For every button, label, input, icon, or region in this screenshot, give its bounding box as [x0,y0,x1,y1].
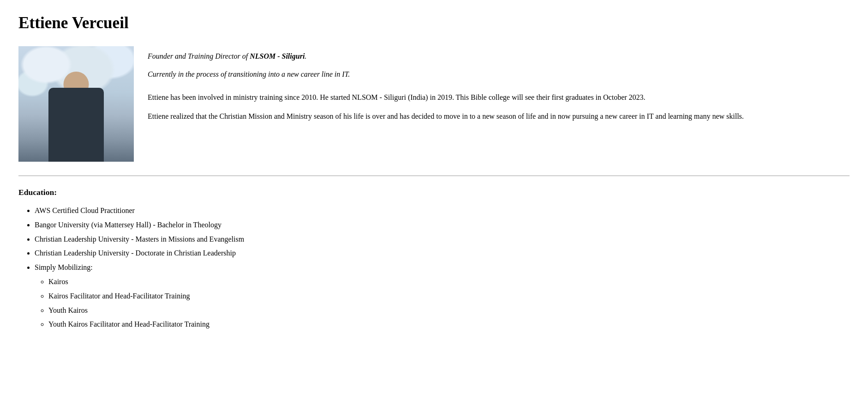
list-item: AWS Certified Cloud Practitioner [35,204,850,218]
profile-text: Founder and Training Director of NLSOM -… [148,46,850,162]
career-note: Currently in the process of transitionin… [148,69,850,80]
sub-list: Kairos Kairos Facilitator and Head-Facil… [35,275,850,331]
list-item: Simply Mobilizing: Kairos Kairos Facilit… [35,261,850,331]
tagline: Founder and Training Director of NLSOM -… [148,51,850,62]
list-item: Christian Leadership University - Master… [35,233,850,246]
tagline-suffix: . [305,52,306,60]
profile-section: Founder and Training Director of NLSOM -… [18,46,850,162]
education-list: AWS Certified Cloud Practitioner Bangor … [18,204,850,331]
person-body [48,88,104,162]
list-item: Youth Kairos Facilitator and Head-Facili… [48,318,850,331]
tagline-bold: NLSOM - Siliguri [250,52,305,60]
page-title: Ettiene Vercueil [18,14,850,32]
education-heading: Education: [18,188,850,197]
profile-image [18,46,134,162]
divider [18,176,850,176]
bio-paragraph-2: Ettiene realized that the Christian Miss… [148,110,850,122]
education-section: Education: AWS Certified Cloud Practitio… [18,188,850,331]
bio-paragraph-1: Ettiene has been involved in ministry tr… [148,91,850,103]
list-item: Bangor University (via Mattersey Hall) -… [35,219,850,232]
list-item: Kairos [48,275,850,289]
list-item: Youth Kairos [48,304,850,317]
list-item: Kairos Facilitator and Head-Facilitator … [48,290,850,303]
tagline-prefix: Founder and Training Director of [148,52,250,60]
list-item: Christian Leadership University - Doctor… [35,247,850,260]
